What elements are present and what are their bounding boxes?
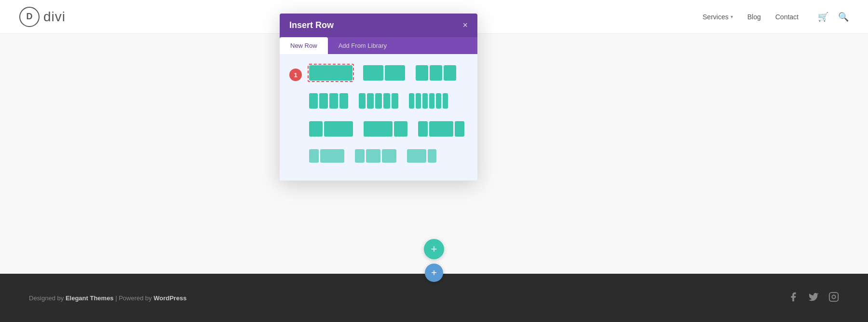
add-section-button[interactable]: + <box>425 264 443 282</box>
cart-icon[interactable]: 🛒 <box>818 12 828 22</box>
col-block <box>359 93 366 109</box>
nav-label-blog: Blog <box>747 13 761 21</box>
col-block <box>324 121 353 137</box>
modal-close-button[interactable]: × <box>462 20 468 30</box>
col-block <box>367 93 374 109</box>
col-block <box>428 149 436 163</box>
logo-text: divi <box>43 9 66 25</box>
layout-options-row1 <box>308 64 468 169</box>
twitter-icon[interactable] <box>808 292 819 305</box>
col-block <box>422 93 428 109</box>
tab-add-from-library[interactable]: Add From Library <box>328 37 397 54</box>
layout-2col-unequal-b[interactable] <box>362 120 409 138</box>
layout-6col[interactable] <box>407 92 449 110</box>
search-icon[interactable]: 🔍 <box>838 12 849 22</box>
col-block <box>375 93 382 109</box>
col-block <box>309 93 318 109</box>
col-block <box>355 149 365 163</box>
layout-row-1: 1 <box>289 64 468 169</box>
col-block <box>392 93 398 109</box>
col-block <box>382 149 396 163</box>
col-block <box>443 93 448 109</box>
layout-line-2 <box>308 92 468 110</box>
layout-1col[interactable] <box>308 64 354 82</box>
modal-tabs: New Row Add From Library <box>280 37 477 54</box>
layout-2col-unequal-a[interactable] <box>308 120 354 138</box>
col-block <box>418 121 428 137</box>
col-block <box>309 149 319 163</box>
modal-body: 1 <box>280 54 477 181</box>
nav-item-blog[interactable]: Blog <box>747 13 761 21</box>
col-block <box>436 93 441 109</box>
wordpress-link[interactable]: WordPress <box>153 294 186 302</box>
logo-icon: D <box>19 7 40 27</box>
modal-title: Insert Row <box>289 20 334 30</box>
col-block <box>407 149 426 163</box>
footer-credits: Designed by Elegant Themes | Powered by … <box>29 294 187 302</box>
elegant-themes-link[interactable]: Elegant Themes <box>66 294 114 302</box>
col-block <box>430 65 442 81</box>
main-nav: Services ▾ Blog Contact 🛒 🔍 <box>703 12 849 22</box>
nav-item-contact[interactable]: Contact <box>775 13 799 21</box>
col-block <box>444 65 456 81</box>
col-block <box>319 93 328 109</box>
chevron-down-icon: ▾ <box>731 14 733 19</box>
social-links <box>788 292 839 305</box>
col-block <box>309 65 353 81</box>
nav-label-services: Services <box>703 13 729 21</box>
layout-line-4 <box>308 148 468 164</box>
col-block <box>366 149 380 163</box>
layout-2col[interactable] <box>362 64 407 82</box>
layout-partial[interactable] <box>308 148 346 164</box>
tab-new-row[interactable]: New Row <box>280 37 328 54</box>
layout-3col-unequal[interactable] <box>417 120 466 138</box>
col-block <box>385 65 405 81</box>
col-block <box>416 93 421 109</box>
modal-header: Insert Row × <box>280 14 477 37</box>
col-block <box>455 121 464 137</box>
layout-line-1 <box>308 64 468 82</box>
col-block <box>309 121 323 137</box>
layout-partial3[interactable] <box>406 148 438 164</box>
layout-line-3 <box>308 120 468 138</box>
layout-5col[interactable] <box>357 92 400 110</box>
nav-item-services[interactable]: Services ▾ <box>703 13 733 21</box>
svg-rect-0 <box>829 292 838 301</box>
facebook-icon[interactable] <box>788 292 799 305</box>
nav-icons: 🛒 🔍 <box>818 12 849 22</box>
add-row-button[interactable]: + <box>424 239 444 259</box>
layout-partial2[interactable] <box>353 148 398 164</box>
layout-3col[interactable] <box>414 64 458 82</box>
insert-row-modal: Insert Row × New Row Add From Library 1 <box>280 14 477 181</box>
col-block <box>429 121 453 137</box>
col-block <box>394 121 407 137</box>
col-block <box>339 93 348 109</box>
col-block <box>363 65 383 81</box>
col-block <box>364 121 393 137</box>
col-block <box>329 93 338 109</box>
instagram-icon[interactable] <box>828 292 839 305</box>
col-block <box>409 93 414 109</box>
col-block <box>320 149 344 163</box>
row-badge: 1 <box>289 69 302 81</box>
col-block <box>383 93 390 109</box>
col-block <box>416 65 428 81</box>
nav-label-contact: Contact <box>775 13 799 21</box>
col-block <box>429 93 434 109</box>
layout-4col[interactable] <box>308 92 350 110</box>
